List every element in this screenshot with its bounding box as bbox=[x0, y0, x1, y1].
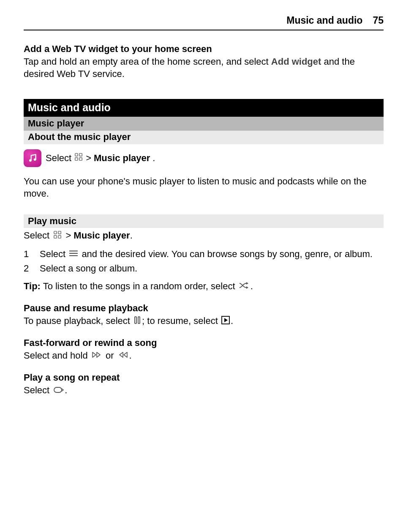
fast-forward-icon bbox=[91, 350, 102, 362]
block-pause-resume: Pause and resume playback To pause playb… bbox=[24, 302, 384, 328]
text-dot: . bbox=[251, 281, 253, 291]
svg-rect-2 bbox=[75, 153, 78, 156]
text-dot: . bbox=[152, 152, 155, 165]
svg-rect-14 bbox=[138, 317, 140, 324]
text-gt: > bbox=[63, 230, 74, 241]
list-number: 2 bbox=[24, 263, 31, 275]
text: To listen to the songs in a random order… bbox=[41, 281, 238, 291]
text-dot: . bbox=[231, 315, 233, 326]
tip-paragraph: Tip: To listen to the songs in a random … bbox=[24, 280, 384, 293]
bold-music-player: Music player bbox=[74, 230, 130, 241]
svg-rect-4 bbox=[75, 157, 78, 160]
paragraph-add-widget: Tap and hold an empty area of the home s… bbox=[24, 56, 384, 80]
text: To pause playback, select bbox=[24, 315, 133, 326]
text-dot: . bbox=[130, 230, 133, 241]
menu-grid-icon bbox=[53, 230, 62, 243]
text: Tap and hold an empty area of the home s… bbox=[24, 56, 271, 67]
svg-point-1 bbox=[34, 159, 36, 161]
list-text: Select and the desired view. You can bro… bbox=[40, 248, 373, 261]
rewind-icon bbox=[117, 350, 128, 362]
svg-rect-7 bbox=[58, 231, 61, 233]
list-number: 1 bbox=[24, 248, 31, 261]
list-text: Select a song or album. bbox=[40, 263, 137, 275]
svg-rect-9 bbox=[58, 235, 61, 238]
text: ; to resume, select bbox=[142, 315, 221, 326]
play-icon bbox=[221, 315, 230, 328]
svg-point-0 bbox=[29, 159, 32, 162]
header-title: Music and audio bbox=[286, 14, 362, 27]
svg-rect-13 bbox=[135, 317, 136, 324]
section-bar-music-audio: Music and audio bbox=[24, 99, 384, 117]
list-item: 1 Select and the desired view. You can b… bbox=[24, 248, 384, 261]
menu-grid-icon bbox=[74, 152, 83, 165]
text-select: Select bbox=[24, 230, 52, 241]
select-music-player-line: Select > Music player. bbox=[24, 149, 384, 167]
header-page-number: 75 bbox=[373, 14, 384, 27]
list-item: 2 Select a song or album. bbox=[24, 263, 384, 275]
paragraph-repeat: Select . bbox=[24, 384, 384, 397]
select-line-play-music: Select > Music player. bbox=[24, 230, 384, 242]
svg-rect-6 bbox=[54, 231, 57, 233]
subsection-bar-music-player: Music player bbox=[24, 117, 384, 131]
text-or: or bbox=[103, 350, 117, 361]
pause-icon bbox=[133, 315, 141, 328]
text: Select bbox=[40, 249, 68, 259]
svg-rect-5 bbox=[79, 157, 82, 160]
heading-pause-resume: Pause and resume playback bbox=[24, 302, 384, 315]
heading-ff-rewind: Fast-forward or rewind a song bbox=[24, 337, 384, 349]
subsubsection-bar-play-music: Play music bbox=[24, 214, 384, 228]
text-dot: . bbox=[65, 385, 67, 395]
heading-repeat: Play a song on repeat bbox=[24, 372, 384, 384]
text-select: Select bbox=[46, 152, 71, 165]
tip-label: Tip: bbox=[24, 281, 41, 291]
subsubsection-bar-about: About the music player bbox=[24, 131, 384, 145]
block-ff-rewind: Fast-forward or rewind a song Select and… bbox=[24, 337, 384, 362]
music-note-app-icon bbox=[24, 149, 41, 167]
text: and the desired view. You can browse son… bbox=[79, 249, 373, 259]
repeat-icon bbox=[53, 385, 64, 397]
svg-rect-16 bbox=[54, 387, 62, 392]
paragraph-ff-rewind: Select and hold or . bbox=[24, 350, 384, 362]
bold-add-widget: Add widget bbox=[271, 56, 321, 67]
text: Select and hold bbox=[24, 350, 90, 361]
document-page: Music and audio 75 Add a Web TV widget t… bbox=[0, 0, 403, 417]
text-dot: . bbox=[129, 350, 132, 361]
svg-rect-8 bbox=[54, 235, 57, 238]
ordered-list: 1 Select and the desired view. You can b… bbox=[24, 248, 384, 274]
text-gt: > bbox=[86, 152, 91, 165]
text: Select bbox=[24, 385, 52, 395]
section-heading-add-widget: Add a Web TV widget to your home screen bbox=[24, 43, 384, 55]
paragraph-pause-resume: To pause playback, select ; to resume, s… bbox=[24, 315, 384, 327]
list-lines-icon bbox=[69, 249, 78, 261]
block-repeat: Play a song on repeat Select . bbox=[24, 372, 384, 397]
shuffle-icon bbox=[239, 281, 250, 293]
bold-music-player: Music player bbox=[94, 152, 150, 165]
page-header: Music and audio 75 bbox=[24, 14, 384, 30]
paragraph-about-music-player: You can use your phone's music player to… bbox=[24, 176, 384, 200]
svg-rect-3 bbox=[79, 153, 82, 156]
